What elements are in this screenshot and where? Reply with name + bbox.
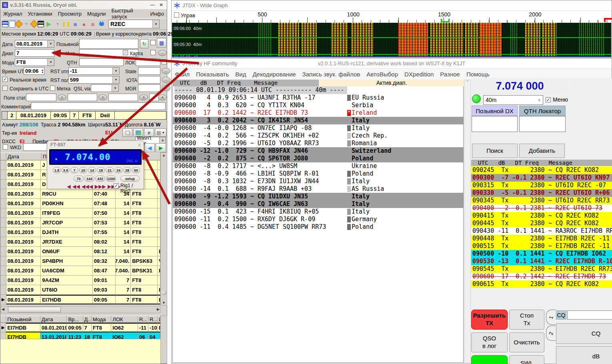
ft897-titlebar[interactable]: FT-897 x [47, 141, 144, 149]
jtdx-menu-Файл[interactable]: Файл [172, 71, 193, 78]
logger-menu-Модули[interactable]: Модули [84, 11, 109, 17]
decode-row[interactable]: 090600 -11 0.2 1500 ~ RX6DY DJ6GK R-09Ge… [173, 216, 463, 223]
save-black-icon[interactable] [38, 21, 44, 27]
rx-frequency-row[interactable]: 090515 Tx 2380 ~ EI7HDB R2EC -11 [471, 242, 612, 250]
log-row[interactable]: 08.01.2019IT9FEG07:5014FT8 [0, 208, 160, 218]
close-icon[interactable]: x [138, 142, 141, 148]
wkd-checkbox[interactable] [3, 144, 8, 150]
pause-icon[interactable]: ❚❚ [62, 20, 70, 28]
rx-frequency-row[interactable]: 090530 -13 0.1 1441 ~ R2EC EI7HDB R-10 [471, 258, 612, 265]
plug-icon[interactable] [98, 20, 106, 28]
ft897-band-70[interactable]: 70 [74, 176, 84, 182]
rx-frequency-row[interactable]: 090430 -11 0.1 1441 ~ RA3ROC EI7HDB RR73 [471, 227, 612, 235]
status-button-1[interactable]: .1. [58, 94, 66, 100]
decode-scrollbar[interactable]: ⌃ [464, 80, 471, 363]
save-icon[interactable] [2, 21, 8, 27]
ft897-band-24[interactable]: 24 [114, 167, 122, 173]
play-icon[interactable]: ▶ [45, 20, 53, 28]
rx-frequency-row[interactable]: 090330 -5 -0.1 2380 ~ R2EC UT6IO R+06 [471, 189, 612, 197]
add-button[interactable]: Добавить [519, 144, 565, 158]
ft897-band-28[interactable]: 28 [123, 167, 131, 173]
ft897-band-7[interactable]: 7 [70, 167, 78, 173]
dx-call-header[interactable]: Позывной DX [472, 106, 518, 116]
rst-sent-combo[interactable]: -11▼ [68, 67, 120, 75]
prev-diamond-icon[interactable] [15, 20, 23, 28]
stop-red-icon[interactable]: ■ [89, 20, 97, 28]
flag-checkbox[interactable] [150, 40, 156, 45]
status-field-2[interactable] [68, 94, 97, 101]
frequency-scale[interactable]: Управ 500100015002000 [172, 11, 611, 23]
ft897-tune-arrows[interactable]: ◀ ◀◀ ◀◀◀ ▶▶▶ ▶▶ ▶ [67, 184, 121, 189]
prev-header[interactable]: R... [148, 316, 158, 323]
jtdx-menu-Помощь[interactable]: Помощь [463, 71, 493, 78]
band-select[interactable]: 40m ˅ [483, 95, 543, 105]
rx-frequency-row[interactable]: 090545 Tx 2380 ~ EI7HDB R2EC RR73 [471, 265, 612, 273]
decode-row[interactable]: 090600 -8 0.3 1032 ~ E73DN IU1JXW JN44It… [173, 178, 463, 185]
qth-input[interactable] [79, 58, 124, 66]
log-row[interactable]: 08.01.2019UA6CDM08:477.040.BPSK31I [0, 266, 160, 276]
status-button-4[interactable]: .4. [158, 94, 167, 100]
rx-frequency-row[interactable]: 090448 Tx 2380 ~ EI7HDB R2EC -11 [471, 235, 612, 242]
rx-frequency-row[interactable]: 090245 Tx 2380 ~ CQ R2EC KO82 [471, 166, 612, 174]
decode-row[interactable]: 090600 -15 0.1 423 ~ F4HRI IK8IUQ R+05It… [173, 208, 463, 216]
logger-menu-Журнал[interactable]: Журнал [0, 11, 25, 17]
log-row[interactable]: ▶08.01.2019EI7HDB09:057FT8D [0, 295, 160, 304]
ft897-band-14[interactable]: 14 [88, 167, 96, 173]
log-vscrollbar[interactable]: ▲ ▼ [160, 152, 167, 306]
refresh-button[interactable]: ↻ [140, 39, 148, 48]
prev-vscrollbar[interactable] [160, 316, 167, 364]
cq-message-input[interactable] [567, 310, 612, 320]
log-row[interactable]: 08.01.2019UT6IO09:037FT8I [0, 285, 160, 295]
decode-row[interactable]: 090600 -2 0.2 875 ~ CQ SP6TOR JO80Poland [173, 155, 463, 162]
metka-checkbox[interactable] [50, 86, 55, 91]
stop-tx-button[interactable]: Стоп Tx [509, 310, 544, 330]
log-header[interactable] [0, 152, 6, 160]
search-button[interactable]: Поиск [472, 144, 518, 158]
rst-rcvd-combo[interactable]: 599▼ [68, 76, 120, 84]
new-doc-icon[interactable] [9, 21, 15, 28]
name-input[interactable] [79, 49, 138, 57]
prev-header[interactable]: Мода [92, 316, 112, 323]
map-more-button[interactable]: ... [158, 50, 167, 56]
logger-menu-Установки[interactable]: Установки [25, 11, 55, 17]
record-icon[interactable]: ● [80, 20, 88, 28]
ft897-band-50[interactable]: 50 [132, 167, 140, 173]
ft897-band-18[interactable]: 18 [97, 167, 105, 173]
jtdx-menu-Запись звук. файлов[interactable]: Запись звук. файлов [299, 71, 364, 78]
tab-2[interactable]: 2 [546, 326, 556, 341]
decode-row[interactable]: 090600 -14 0.1 688 ~ R9FAJ R9AAB +03AS R… [173, 185, 463, 193]
uprav-checkbox[interactable] [174, 12, 179, 18]
rx-freq-marker[interactable] [441, 19, 450, 22]
rx-frequency-row[interactable]: 090500 -10 0.1 1441 ~ CQ EI7HDB IO62 [471, 250, 612, 258]
status-button-3[interactable]: .3. [139, 94, 148, 100]
state-more-button[interactable]: ... [162, 68, 170, 74]
iota-more-button[interactable]: ... [162, 77, 170, 83]
status-field-1[interactable] [26, 94, 56, 101]
decode-row[interactable]: 090600 -4 -0.0 1268 ~ ON7EC I1APQ -08Ita… [173, 124, 463, 132]
logger-menu-Просмотр[interactable]: Просмотр [55, 11, 84, 17]
log-row[interactable]: 08.01.2019ON6UF08:1214FT8I [0, 247, 160, 256]
play-gray-icon[interactable]: ▼ [54, 20, 62, 28]
logger-menu-Быстрый запуск[interactable]: Быстрый запуск [109, 8, 148, 20]
log-row[interactable]: 08.01.2019DJ4TH07:5514FT8 [0, 228, 160, 237]
log-row[interactable]: 08.01.2019PD0KHN07:4814FT8 [0, 199, 160, 208]
ft897-band-1200[interactable]: 1200 [106, 176, 116, 182]
rig-checkbox[interactable]: ✓ [114, 183, 119, 188]
rx-frequency-row[interactable]: 090315 Tx 2380 ~ UT6IO R2EC -07 [471, 182, 612, 189]
rx-frequency-row[interactable]: 090300 -7 -0.1 2380 ~ R2EC UT6IO KN97 [471, 174, 612, 182]
locator-checkbox[interactable] [162, 59, 167, 64]
rx-frequency-list[interactable]: 090245 Tx 2380 ~ CQ R2EC KO82090300 -7 -… [471, 166, 612, 288]
status-button-2[interactable]: .2. [98, 94, 107, 100]
next-page-button[interactable]: ▶ [156, 143, 166, 152]
ft897-band-3.5[interactable]: 3.5 [62, 167, 70, 173]
minimize-button[interactable]: — [148, 2, 156, 8]
jtdx-menu-Разное[interactable]: Разное [437, 71, 463, 78]
decode-row[interactable]: 090600 17 0.2 1442 ~ R2EC EI7HDB 73*Irel… [173, 109, 463, 117]
hscroll-thumb[interactable] [8, 307, 61, 312]
qth-locator-header[interactable]: QTH Локатор [519, 106, 566, 116]
prev-header[interactable]: R... [138, 316, 148, 323]
stop-blue-icon[interactable]: ■ [71, 20, 79, 28]
rx-frequency-row[interactable]: 090400 2 0.1 2381 ~ R2EC UT6IO 73 [471, 204, 612, 212]
log-row[interactable]: 08.01.20199A4ZM09:017FT8 [0, 276, 160, 285]
qth-locator-input[interactable] [519, 116, 566, 132]
